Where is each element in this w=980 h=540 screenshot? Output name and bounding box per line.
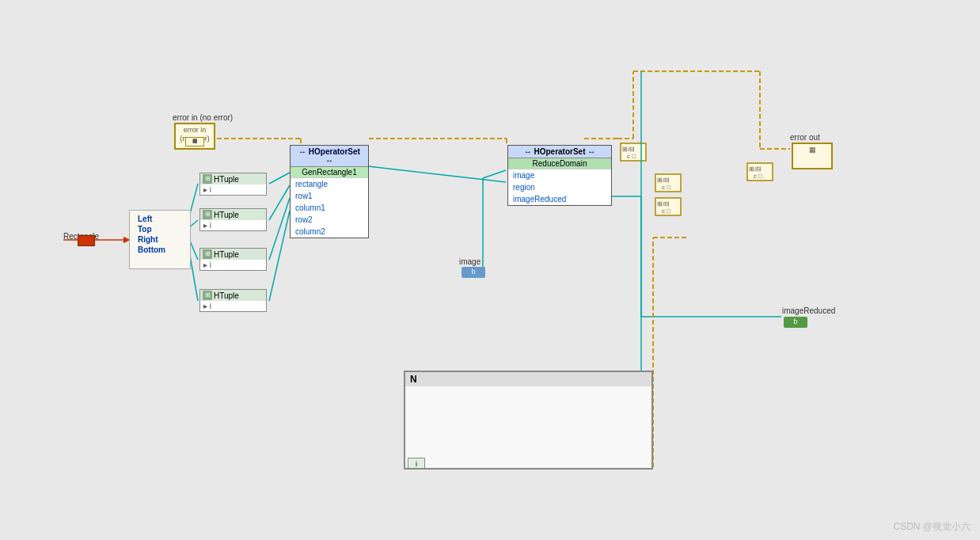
reduce-domain-sub: ReduceDomain bbox=[508, 158, 611, 169]
svg-text:⊞/⊟: ⊞/⊟ bbox=[749, 165, 762, 173]
svg-text:c □: c □ bbox=[662, 207, 670, 215]
htuple-port-1: ▸ i bbox=[200, 184, 266, 195]
watermark: CSDN @视觉小六 bbox=[893, 520, 971, 534]
svg-rect-16 bbox=[655, 198, 681, 215]
htuple-label-2: HTuple bbox=[214, 211, 239, 219]
htuple-icon-1: ⊞ bbox=[203, 174, 212, 184]
error-in-label: error in (no error) bbox=[173, 113, 233, 122]
rd-port-region: region bbox=[508, 181, 611, 193]
error-in-node: error in(no error) ▦ bbox=[174, 123, 215, 150]
imagereduced-indicator: b bbox=[784, 317, 807, 328]
error-out-node: ▦ bbox=[792, 143, 833, 169]
gen-rect-port-row1: row1 bbox=[291, 190, 368, 202]
svg-line-27 bbox=[269, 173, 290, 184]
reduce-domain-node: ↔ HOperatorSet ↔ ReduceDomain image regi… bbox=[507, 145, 612, 206]
loop-header: N bbox=[405, 372, 651, 386]
htuple-node-1: ⊞ HTuple ▸ i bbox=[199, 173, 267, 196]
reduce-domain-title: ↔ HOperatorSet ↔ bbox=[508, 146, 611, 158]
svg-text:c □: c □ bbox=[662, 184, 670, 191]
rd-port-image: image bbox=[508, 169, 611, 181]
htuple-label-3: HTuple bbox=[214, 250, 239, 259]
rd-port-imagereduced: imageReduced bbox=[508, 193, 611, 205]
gen-rect-port-rectangle: rectangle bbox=[291, 178, 368, 190]
port-top: Top bbox=[133, 224, 187, 234]
htuple-node-2: ⊞ HTuple ▸ i bbox=[199, 208, 267, 231]
gen-rect-port-row2: row2 bbox=[291, 214, 368, 226]
canvas: ⊞/⊟ c □ ⊞/⊟ c □ ⊞/⊟ c □ ⊞/⊟ c □ bbox=[0, 0, 980, 540]
svg-line-33 bbox=[483, 170, 506, 178]
svg-line-29 bbox=[269, 198, 290, 260]
image-indicator: b bbox=[462, 267, 485, 278]
htuple-icon-4: ⊞ bbox=[203, 291, 212, 300]
rectangle-input[interactable] bbox=[78, 235, 95, 246]
htuple-icon-3: ⊞ bbox=[203, 249, 212, 259]
svg-text:c □: c □ bbox=[627, 153, 636, 160]
gen-rectangle-title: ↔ HOperatorSet ↔ bbox=[291, 146, 368, 167]
svg-rect-10 bbox=[621, 143, 646, 161]
svg-line-28 bbox=[269, 185, 290, 220]
svg-text:⊞/⊟: ⊞/⊟ bbox=[622, 146, 635, 153]
htuple-port-4: ▸ i bbox=[200, 301, 266, 311]
svg-rect-19 bbox=[747, 163, 773, 181]
htuple-port-3: ▸ i bbox=[200, 260, 266, 270]
rect-cluster: Left Top Right Bottom bbox=[129, 210, 191, 269]
gen-rectangle-sub: GenRectangle1 bbox=[291, 167, 368, 178]
gen-rectangle-node: ↔ HOperatorSet ↔ GenRectangle1 rectangle… bbox=[290, 145, 369, 238]
svg-text:c □: c □ bbox=[754, 173, 762, 180]
gen-rect-port-col1: column1 bbox=[291, 202, 368, 214]
htuple-label-1: HTuple bbox=[214, 175, 239, 184]
svg-text:⊞/⊟: ⊞/⊟ bbox=[657, 200, 670, 207]
htuple-port-2: ▸ i bbox=[200, 220, 266, 230]
port-right: Right bbox=[133, 234, 187, 245]
error-out-label: error out bbox=[790, 133, 820, 142]
svg-rect-13 bbox=[655, 174, 681, 192]
svg-line-30 bbox=[269, 211, 290, 301]
htuple-icon-2: ⊞ bbox=[203, 210, 212, 219]
image-label: image bbox=[459, 257, 481, 266]
htuple-node-4: ⊞ HTuple ▸ i bbox=[199, 289, 267, 312]
imagereduced-label: imageReduced bbox=[782, 306, 835, 315]
gen-rect-port-col2: column2 bbox=[291, 226, 368, 238]
svg-text:⊞/⊟: ⊞/⊟ bbox=[657, 177, 670, 184]
loop-node: N bbox=[404, 371, 653, 470]
port-bottom: Bottom bbox=[133, 245, 187, 255]
htuple-node-3: ⊞ HTuple ▸ i bbox=[199, 248, 267, 271]
for-i-node: i bbox=[408, 458, 425, 469]
svg-line-31 bbox=[368, 166, 506, 182]
htuple-label-4: HTuple bbox=[214, 291, 239, 300]
port-left: Left bbox=[133, 214, 187, 224]
